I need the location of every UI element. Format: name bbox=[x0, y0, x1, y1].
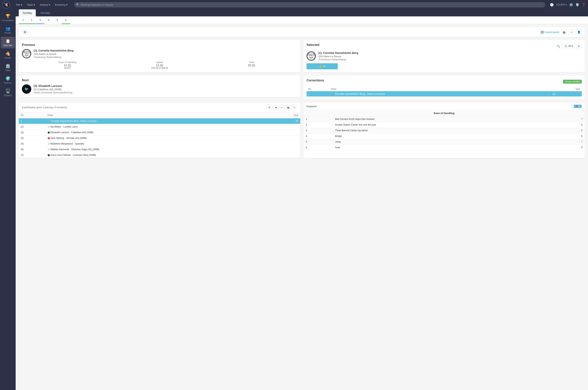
fullscreen-button[interactable]: ⊡ bbox=[292, 105, 297, 110]
rider-6: ⚪ Matilda Hamnevik - Gärtunas Saga (42) … bbox=[46, 147, 265, 152]
col-rider: Rider bbox=[46, 112, 265, 118]
top-bar: ⚙️ ℹ️ 9 participants 🖨️ ☁️ 👤 bbox=[19, 27, 585, 37]
rider-icon: ⚙️ bbox=[331, 92, 334, 95]
help-icon[interactable]: ❓ bbox=[582, 3, 586, 7]
right-column: Selected 🔍 ⚖️ -45.0 ✕ bbox=[303, 40, 585, 99]
previous-panel: Previous SMEDSTORPS RYTTARSÄLLSKAP SRS bbox=[19, 40, 300, 72]
col-rk: Rk bbox=[306, 87, 329, 91]
upload-button[interactable]: ☁️ bbox=[568, 29, 574, 35]
tab-5[interactable]: 5 bbox=[53, 16, 61, 24]
history-icon[interactable]: 🕐 bbox=[550, 3, 554, 7]
selected-horse: (10) Kiara La Douce bbox=[318, 55, 582, 58]
selected-panel: Selected 🔍 ⚖️ -45.0 ✕ bbox=[303, 40, 585, 72]
rider-4: 🔴 Sara Sjöberg - Ginnala (43) (SWB) bbox=[46, 135, 265, 141]
rank-7: (7) bbox=[19, 152, 46, 158]
rank-4: (4) bbox=[19, 135, 46, 141]
sidebar: 🏆 Competitions 👥 People 📋 Start lists 🐴 … bbox=[0, 9, 16, 390]
rank-2: (2) bbox=[19, 124, 46, 130]
sidebar-item-competitions[interactable]: 🏆 Competitions bbox=[1, 12, 15, 23]
print-button[interactable]: 🖨️ bbox=[561, 29, 567, 35]
table-row[interactable]: 1 ⚙️ Cornelia Hasselström Berg - Kiara L… bbox=[19, 118, 300, 124]
list-item[interactable]: 1 Bell Corndor-Ro34 steps then forward 7 bbox=[303, 116, 585, 122]
clubs-icon: 🏛️ bbox=[5, 64, 10, 68]
tab-sunday[interactable]: Sunday bbox=[19, 9, 36, 16]
previous-title: Previous bbox=[22, 43, 297, 47]
kw-num-4: 4 bbox=[303, 133, 333, 139]
person-button[interactable]: 👤 bbox=[576, 29, 582, 35]
previous-rider-name: (1). Cornelia Hasselström Berg bbox=[34, 49, 297, 52]
kw-text-1: Bell Corndor-Ro34 steps then forward bbox=[333, 116, 556, 122]
next-rider-emblem: 🐦 bbox=[22, 84, 31, 94]
sidebar-item-start-lists[interactable]: 📋 Start lists bbox=[1, 37, 15, 49]
kw-num-3: 3 bbox=[303, 128, 333, 133]
sidebar-item-clubs[interactable]: 🏛️ Clubs bbox=[1, 62, 15, 73]
tab-monday[interactable]: Monday bbox=[37, 9, 54, 16]
correction-rk: 1 bbox=[306, 91, 329, 97]
list-item[interactable]: 4 Bridge 6 bbox=[303, 133, 585, 139]
c-badge: 📌 C bbox=[574, 105, 582, 108]
ease-label: Ease of Handling 11 (1) 56.667 bbox=[22, 61, 113, 69]
shield-icon[interactable]: 🛡️ bbox=[576, 3, 579, 7]
table-row[interactable]: (3) ⚫ Elisabeth Larsson - Callathea (40)… bbox=[19, 130, 300, 135]
speed-label: Speed 11 (1) 194+20-5=209.34 bbox=[114, 61, 205, 69]
top-bar-left: ⚙️ bbox=[22, 29, 28, 35]
close-filter-button[interactable]: ✕ bbox=[576, 43, 582, 49]
tab-6[interactable]: 6 bbox=[61, 16, 70, 24]
table-row[interactable]: (6) ⚪ Matilda Hamnevik - Gärtunas Saga (… bbox=[19, 147, 300, 152]
list-item[interactable]: 5 Jump 7 bbox=[303, 139, 585, 145]
list-item[interactable]: 2 Double Slalom Canter first and 4th pol… bbox=[303, 122, 585, 128]
sidebar-item-horses[interactable]: 🐴 Horses bbox=[1, 49, 15, 61]
tab-2[interactable]: 2 bbox=[27, 16, 36, 24]
participants-badge: ℹ️ 9 participants bbox=[540, 31, 559, 34]
sidebar-item-displays[interactable]: 🖥️ Displays bbox=[1, 87, 15, 98]
main-layout: 🏆 Competitions 👥 People 📋 Start lists 🐴 … bbox=[0, 9, 588, 390]
dropdown-button[interactable]: ▾ bbox=[279, 105, 285, 110]
table-row[interactable]: (7) ⚫ Anna-Lena Fällman - Lisstorps Oboy… bbox=[19, 152, 300, 158]
col-total: Total bbox=[551, 87, 582, 91]
table-row[interactable]: 1 ⚙️ Cornelia Hasselström Berg - Kiara L… bbox=[306, 91, 582, 97]
settings-button[interactable]: ⚙️ bbox=[22, 29, 28, 35]
sidebar-item-nations[interactable]: 🌍 Nations bbox=[1, 74, 15, 86]
nav-actions[interactable]: Actions ▾ bbox=[38, 2, 52, 7]
next-title: Next bbox=[22, 79, 297, 82]
sidebar-item-people[interactable]: 👥 People bbox=[1, 24, 15, 36]
svg-text:SRS: SRS bbox=[25, 54, 28, 56]
total-1: 22 bbox=[265, 118, 300, 124]
tab-3[interactable]: 3 bbox=[36, 16, 45, 24]
search-input[interactable] bbox=[74, 2, 545, 7]
rider-2: ⚪ Ida Weber - Lundby Laura bbox=[46, 124, 265, 130]
list-item[interactable]: 3 Three Barrels-Canter top barrel 5 bbox=[303, 128, 585, 133]
list-item[interactable]: 6 Gate 6 bbox=[303, 145, 585, 150]
rider-icon: ⚫ bbox=[48, 154, 50, 156]
nav-file[interactable]: File ▾ bbox=[14, 2, 24, 7]
sidebar-item-label: People bbox=[4, 32, 11, 34]
grid-view-button[interactable]: ⊞ bbox=[267, 105, 272, 110]
correction-total: 22 bbox=[551, 91, 582, 97]
correction-button[interactable]: 👍 C bbox=[306, 63, 338, 69]
col-rk: Rk bbox=[19, 112, 46, 118]
table-row[interactable]: (4) 🔴 Sara Sjöberg - Ginnala (43) (SWB) bbox=[19, 135, 300, 141]
top-navigation: EQUIPE 🐴 File ▾ Tools ▾ Actions ▾ Econom… bbox=[0, 0, 588, 9]
settings-icon[interactable]: ⚙️ bbox=[569, 3, 573, 7]
corrections-panel: Corrections All are verified Rk Rider To… bbox=[303, 76, 585, 99]
nav-tools[interactable]: Tools ▾ bbox=[25, 2, 37, 7]
table-row[interactable]: (2) ⚪ Ida Weber - Lundby Laura bbox=[19, 124, 300, 130]
selected-rider-name: (1). Cornelia Hasselström Berg bbox=[318, 51, 582, 54]
prev-page-button[interactable]: ◀ bbox=[273, 105, 278, 110]
pin-icon: 📌 bbox=[575, 105, 578, 108]
kw-score-1: 7 bbox=[556, 116, 585, 122]
corrections-title: Corrections bbox=[306, 79, 324, 82]
equipe-brand-icon: EQUIPE ▾ bbox=[556, 3, 567, 6]
kw-score-5: 7 bbox=[556, 139, 585, 145]
print-list-button[interactable]: 🖨️ bbox=[285, 105, 291, 110]
nav-economy[interactable]: Economy ▾ bbox=[53, 2, 70, 7]
table-row[interactable]: (5) ⚪ Madelene Bergstrand - Spartaks bbox=[19, 141, 300, 147]
placings-text: 9 participants gives 3 placings, 8 remai… bbox=[22, 106, 67, 109]
keyword-col-label: Keyword bbox=[306, 105, 316, 108]
tab-1[interactable]: 1 bbox=[19, 16, 27, 24]
kw-text-3: Three Barrels-Canter top barrel bbox=[333, 128, 556, 133]
keyword-panel: Keyword 📌 C Ease of Handling 1 Bell Corn… bbox=[303, 103, 585, 158]
filter-icon: ⚖️ bbox=[564, 45, 567, 48]
tab-4[interactable]: 4 bbox=[44, 16, 53, 24]
search-selected-button[interactable]: 🔍 bbox=[556, 43, 561, 49]
